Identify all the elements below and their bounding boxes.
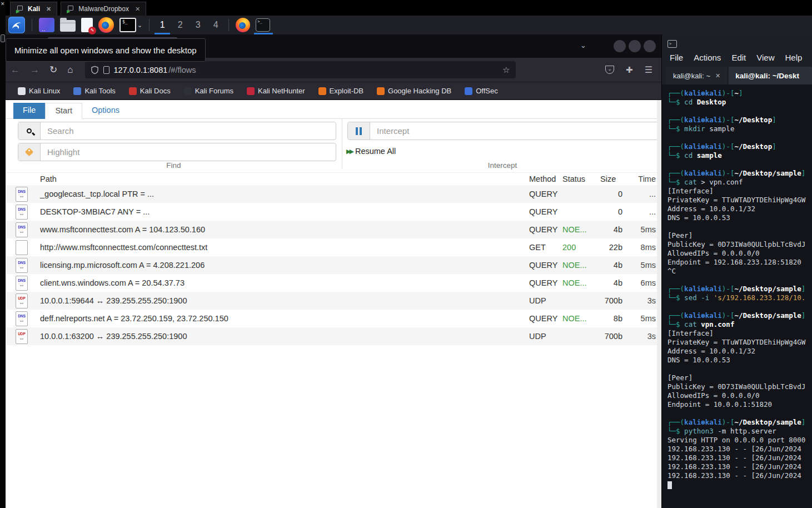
search-input[interactable]	[41, 122, 336, 140]
flow-row[interactable]: DNS⇔ deff.nelreports.net A = 23.72.250.1…	[6, 310, 657, 327]
bookmark-label: Google Hacking DB	[388, 87, 451, 95]
close-icon[interactable]: ✕	[715, 72, 720, 79]
bookmark-item[interactable]: Kali Linux	[18, 87, 60, 95]
flow-row[interactable]: UDP⇔ 10.0.0.1:63200 ↔ 239.255.255.250:19…	[6, 327, 657, 345]
flow-row[interactable]: DOC⇔ http://www.msftconnecttest.com/conn…	[6, 238, 657, 256]
close-button[interactable]	[644, 40, 656, 52]
forward-button[interactable]: →	[30, 64, 39, 76]
protocol-badge-icon: DNS⇔	[16, 187, 28, 202]
terminal-launcher-button[interactable]: $_⌄	[119, 18, 142, 32]
bookmark-label: Kali Forums	[195, 87, 233, 95]
firefox-icon	[236, 18, 250, 32]
flow-row[interactable]: UDP⇔ 10.0.0.1:59644 ↔ 239.255.255.250:19…	[6, 292, 657, 310]
terminal-line	[667, 222, 812, 231]
close-icon[interactable]: ✕	[1, 1, 5, 7]
firefox-window-button[interactable]	[236, 18, 250, 32]
intercept-section-label: Intercept	[342, 161, 661, 170]
col-method[interactable]: Method	[528, 175, 562, 183]
pause-icon[interactable]	[348, 122, 370, 140]
workspace-button[interactable]: 2	[171, 16, 189, 34]
minimize-button[interactable]	[614, 40, 626, 52]
show-desktop-button[interactable]	[39, 18, 54, 32]
flow-size: 0	[590, 190, 622, 198]
terminal-window-button[interactable]: >_	[256, 16, 270, 34]
workspace-button[interactable]: 3	[189, 16, 207, 34]
terminal-line: └─$ cat vpn.conf	[667, 320, 812, 329]
chevron-down-icon[interactable]: ⌄	[137, 22, 142, 29]
terminal-menu-help[interactable]: Help	[785, 53, 802, 62]
bookmark-label: Kali Docs	[140, 87, 171, 95]
terminal-tab[interactable]: kali@kali: ~/Deskt	[729, 67, 812, 84]
reload-button[interactable]: ↻	[49, 64, 57, 76]
kali-tools-icon	[73, 87, 81, 95]
terminal-menu-edit[interactable]: Edit	[731, 53, 746, 62]
vm-tab-bar: ▶ Kali ✕ ▶ MalwareDropbox ✕	[0, 0, 812, 16]
protocol-badge-icon: UDP⇔	[16, 329, 28, 344]
terminal-line: └─$ sed -i 's/192.168.233.128/10.	[667, 293, 812, 302]
maximize-button[interactable]	[629, 40, 641, 52]
col-path[interactable]: Path	[40, 175, 528, 183]
bookmark-item[interactable]: OffSec	[465, 87, 498, 95]
url-bar[interactable]: 127.0.0.1:8081 /#/flows ☆	[85, 61, 516, 78]
close-icon[interactable]: ✕	[46, 6, 51, 13]
intercept-input[interactable]	[370, 122, 661, 140]
terminal-line: ┌──(kali⊛kali)-[~/Desktop/sample]	[667, 285, 812, 293]
pocket-icon[interactable]: ⌄	[605, 66, 614, 74]
flow-row[interactable]: DNS⇔ www.msftconnecttest.com A = 104.123…	[6, 221, 657, 238]
flow-table-header[interactable]: Path Method Status Size Time	[6, 173, 657, 185]
flow-row[interactable]: DNS⇔ DESKTOP-3MBIAC7 ANY = ... QUERY 0 .…	[6, 203, 657, 221]
tab-file[interactable]: File	[13, 103, 45, 119]
resume-all-button[interactable]: ▶▶ Resume All	[346, 147, 396, 156]
terminal-icon: >	[667, 40, 677, 48]
tab-start[interactable]: Start	[45, 103, 82, 119]
col-status[interactable]: Status	[562, 175, 590, 183]
col-time[interactable]: Time	[622, 175, 658, 183]
flow-method: GET	[528, 243, 562, 252]
terminal-line: PublicKey = 0D73IWa0QULlpbLTcBvdJ	[667, 382, 812, 391]
col-size[interactable]: Size	[590, 175, 622, 183]
page-info-icon[interactable]	[103, 66, 109, 74]
flow-path: client.wns.windows.com A = 20.54.37.73	[40, 278, 528, 287]
shield-icon[interactable]	[91, 66, 99, 74]
flow-time: 5ms	[622, 261, 658, 270]
back-button[interactable]: ←	[11, 64, 20, 76]
terminal-menu-view[interactable]: View	[756, 53, 774, 62]
bookmark-item[interactable]: Google Hacking DB	[377, 87, 451, 95]
bookmark-item[interactable]: Kali NetHunter	[247, 87, 305, 95]
flow-path: 10.0.0.1:59644 ↔ 239.255.255.250:1900	[40, 296, 528, 305]
page-scrollbar[interactable]	[657, 100, 661, 508]
flow-path: 10.0.0.1:63200 ↔ 239.255.255.250:1900	[40, 332, 528, 341]
kali-dragon-icon	[11, 19, 23, 31]
workspace-button[interactable]: 4	[207, 16, 225, 34]
bookmark-item[interactable]: Kali Tools	[73, 87, 115, 95]
close-icon[interactable]: ✕	[135, 6, 140, 13]
home-button[interactable]: ⌂	[67, 64, 73, 76]
vm-tab[interactable]: ▶ Kali ✕	[10, 2, 57, 16]
firefox-launcher-button[interactable]	[98, 17, 114, 33]
vm-tab[interactable]: ▶ MalwareDropbox ✕	[61, 2, 146, 16]
kali-menu-button[interactable]	[8, 17, 25, 33]
bookmark-item[interactable]: Exploit-DB	[318, 87, 363, 95]
bookmark-label: Kali Tools	[84, 87, 115, 95]
terminal-tab[interactable]: kali@kali: ~ ✕	[666, 67, 727, 84]
workspace-button[interactable]: 1	[153, 16, 171, 34]
menu-hamburger-icon[interactable]: ☰	[645, 64, 652, 75]
terminal-output[interactable]: ┌──(kali⊛kali)-[~]└─$ cd Desktop┌──(kali…	[662, 84, 812, 508]
highlight-input[interactable]	[41, 143, 336, 161]
flow-row[interactable]: DNS⇔ licensing.mp.microsoft.com A = 4.20…	[6, 256, 657, 274]
bookmark-item[interactable]: Kali Forums	[184, 87, 233, 95]
list-tabs-chevron-icon[interactable]: ⌄	[580, 41, 586, 49]
bookmark-star-icon[interactable]: ☆	[502, 65, 510, 75]
flow-row[interactable]: DNS⇔ _googlecast._tcp.local PTR = ... QU…	[6, 185, 657, 203]
url-path: /#/flows	[168, 66, 196, 74]
terminal-menu-actions[interactable]: Actions	[694, 53, 721, 62]
terminal-menu-file[interactable]: File	[670, 53, 683, 62]
terminal-line	[667, 480, 812, 489]
text-editor-button[interactable]	[81, 18, 93, 32]
bookmark-item[interactable]: Kali Docs	[129, 87, 171, 95]
tab-options[interactable]: Options	[82, 103, 129, 119]
flow-row[interactable]: DNS⇔ client.wns.windows.com A = 20.54.37…	[6, 274, 657, 292]
extensions-icon[interactable]: ✚	[626, 65, 633, 75]
file-manager-button[interactable]	[60, 18, 76, 32]
protocol-badge-icon: DNS⇔	[16, 276, 28, 291]
